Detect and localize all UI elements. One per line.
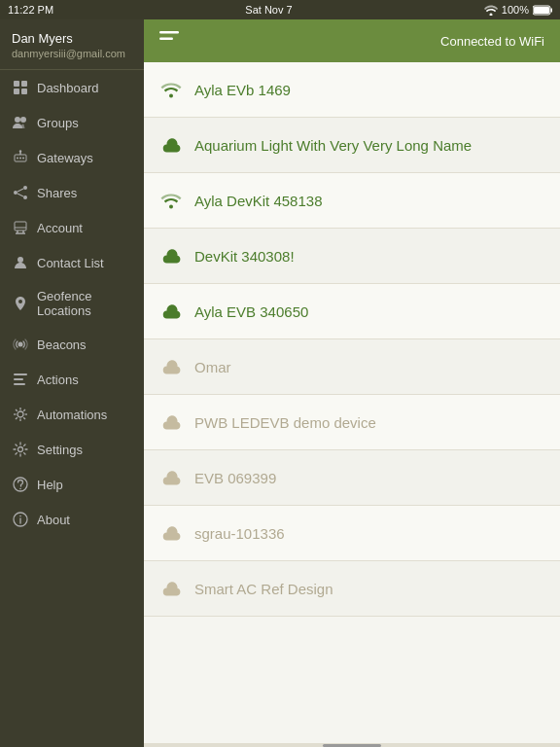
menu-icon[interactable] bbox=[159, 31, 179, 52]
svg-point-13 bbox=[19, 158, 21, 160]
sidebar-item-groups[interactable]: Groups bbox=[0, 105, 144, 140]
geofence-icon bbox=[12, 295, 29, 312]
device-list-item[interactable]: PWB LEDEVB demo device bbox=[144, 395, 560, 450]
app-container: Dan Myers danmyersiii@gmail.com Dashboar… bbox=[0, 19, 560, 747]
status-right: 100% bbox=[484, 4, 552, 16]
content-area: Connected to WiFi Ayla EVb 1469 Aquarium… bbox=[144, 19, 560, 747]
device-name: Ayla EVB 340650 bbox=[194, 303, 308, 320]
svg-point-44 bbox=[19, 516, 21, 517]
device-icon bbox=[159, 521, 183, 545]
device-name: DevKit 340308! bbox=[194, 248, 295, 265]
about-icon bbox=[12, 511, 29, 528]
contacts-icon bbox=[12, 254, 29, 271]
automations-icon bbox=[12, 406, 29, 423]
device-icon bbox=[159, 244, 183, 267]
sidebar-item-gateways[interactable]: Gateways bbox=[0, 140, 144, 175]
sidebar-item-beacons[interactable]: Beacons bbox=[0, 327, 144, 362]
device-list[interactable]: Ayla EVb 1469 Aquarium Light With Very V… bbox=[144, 62, 560, 743]
sidebar: Dan Myers danmyersiii@gmail.com Dashboar… bbox=[0, 19, 144, 747]
user-name: Dan Myers bbox=[12, 31, 132, 46]
svg-point-15 bbox=[23, 186, 27, 190]
dashboard-icon bbox=[12, 79, 29, 96]
svg-rect-1 bbox=[550, 8, 552, 12]
connection-status: Connected to WiFi bbox=[440, 34, 544, 49]
svg-point-16 bbox=[14, 191, 18, 195]
sidebar-item-geofence[interactable]: Geofence Locations bbox=[0, 280, 144, 327]
device-list-item[interactable]: sgrau-101336 bbox=[144, 506, 560, 561]
battery-label: 100% bbox=[502, 4, 529, 16]
device-list-item[interactable]: Ayla EVb 1469 bbox=[144, 62, 560, 118]
sidebar-label-automations: Automations bbox=[37, 408, 107, 422]
wifi-status-icon bbox=[484, 5, 498, 16]
device-icon bbox=[159, 577, 183, 600]
status-date: Sat Nov 7 bbox=[245, 4, 292, 16]
sidebar-label-geofence: Geofence Locations bbox=[37, 289, 132, 318]
sidebar-item-help[interactable]: Help bbox=[0, 467, 144, 502]
sidebar-item-about[interactable]: About bbox=[0, 502, 144, 537]
svg-line-18 bbox=[18, 189, 23, 192]
svg-rect-6 bbox=[21, 89, 27, 94]
device-list-item[interactable]: DevKit 340308! bbox=[144, 229, 560, 284]
sidebar-label-actions: Actions bbox=[37, 373, 79, 387]
device-name: Omar bbox=[194, 359, 231, 375]
sidebar-item-dashboard[interactable]: Dashboard bbox=[0, 70, 144, 105]
svg-point-25 bbox=[18, 257, 23, 263]
svg-point-41 bbox=[19, 488, 21, 490]
device-list-item[interactable]: Omar bbox=[144, 339, 560, 395]
svg-rect-3 bbox=[14, 81, 19, 87]
sidebar-label-beacons: Beacons bbox=[37, 338, 87, 352]
sidebar-label-about: About bbox=[37, 513, 70, 527]
device-icon bbox=[159, 189, 183, 212]
beacons-icon bbox=[12, 336, 29, 353]
svg-rect-45 bbox=[159, 31, 179, 34]
device-list-item[interactable]: Ayla DevKit 458138 bbox=[144, 173, 560, 229]
svg-rect-2 bbox=[534, 7, 549, 14]
sidebar-nav: Dashboard Groups Gateways Shares bbox=[0, 70, 144, 747]
svg-rect-5 bbox=[14, 89, 19, 94]
svg-line-19 bbox=[18, 194, 23, 196]
sidebar-item-contact-list[interactable]: Contact List bbox=[0, 245, 144, 280]
sidebar-label-help: Help bbox=[37, 478, 63, 492]
svg-point-17 bbox=[23, 196, 27, 199]
svg-point-30 bbox=[18, 411, 23, 417]
device-name: sgrau-101336 bbox=[194, 525, 285, 542]
sidebar-item-shares[interactable]: Shares bbox=[0, 175, 144, 210]
sidebar-label-contact-list: Contact List bbox=[37, 256, 104, 270]
device-list-item[interactable]: EVB 069399 bbox=[144, 450, 560, 506]
groups-icon bbox=[12, 114, 29, 131]
sidebar-user: Dan Myers danmyersiii@gmail.com bbox=[0, 19, 144, 70]
sidebar-item-automations[interactable]: Automations bbox=[0, 397, 144, 432]
svg-line-37 bbox=[23, 409, 25, 411]
svg-point-39 bbox=[18, 447, 23, 452]
svg-line-35 bbox=[16, 409, 18, 411]
sidebar-item-settings[interactable]: Settings bbox=[0, 432, 144, 467]
sidebar-label-gateways: Gateways bbox=[37, 151, 93, 165]
settings-icon bbox=[12, 441, 29, 458]
device-name: Smart AC Ref Design bbox=[194, 581, 333, 597]
device-icon bbox=[159, 78, 183, 101]
svg-point-7 bbox=[15, 117, 20, 123]
svg-rect-20 bbox=[15, 222, 26, 231]
status-bar: 11:22 PM Sat Nov 7 100% bbox=[0, 0, 560, 19]
device-list-item[interactable]: Ayla EVB 340650 bbox=[144, 284, 560, 339]
scroll-indicator bbox=[144, 743, 560, 747]
svg-rect-28 bbox=[14, 378, 23, 380]
shares-icon bbox=[12, 184, 29, 201]
gateways-icon bbox=[12, 149, 29, 166]
svg-line-36 bbox=[23, 417, 25, 419]
device-icon bbox=[159, 355, 183, 378]
device-list-item[interactable]: Aquarium Light With Very Very Long Name bbox=[144, 118, 560, 173]
device-name: Ayla DevKit 458138 bbox=[194, 193, 322, 209]
user-email: danmyersiii@gmail.com bbox=[12, 48, 132, 59]
account-icon bbox=[12, 219, 29, 236]
sidebar-item-actions[interactable]: Actions bbox=[0, 362, 144, 397]
svg-point-14 bbox=[22, 158, 24, 160]
device-name: Ayla EVb 1469 bbox=[194, 82, 291, 98]
device-list-item[interactable]: Smart AC Ref Design bbox=[144, 561, 560, 617]
svg-point-8 bbox=[20, 117, 26, 123]
sidebar-label-shares: Shares bbox=[37, 186, 77, 200]
sidebar-label-settings: Settings bbox=[37, 443, 83, 457]
svg-rect-4 bbox=[21, 81, 27, 87]
help-icon bbox=[12, 476, 29, 493]
sidebar-item-account[interactable]: Account bbox=[0, 210, 144, 245]
